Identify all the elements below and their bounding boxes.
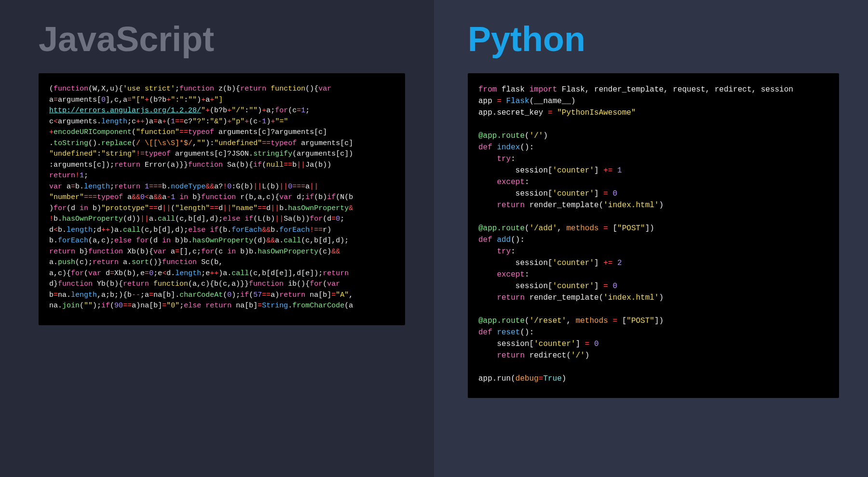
python-panel: Python from flask import Flask, render_t… (434, 0, 868, 477)
python-code-block: from flask import Flask, render_template… (468, 73, 839, 398)
javascript-code-block: (function(W,X,u){'use strict';function z… (39, 73, 405, 325)
javascript-panel: JavaScript (function(W,X,u){'use strict'… (0, 0, 434, 477)
javascript-title: JavaScript (39, 19, 405, 59)
python-title: Python (468, 19, 839, 59)
